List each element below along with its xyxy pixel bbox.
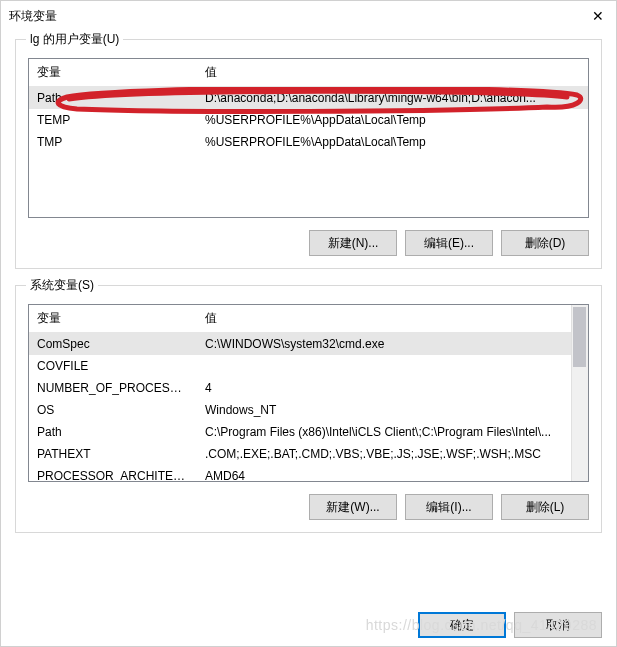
var-value [197,357,571,375]
window-title: 环境变量 [9,8,588,25]
col-header-value[interactable]: 值 [197,305,588,332]
var-value: 4 [197,379,571,397]
table-row[interactable]: Path C:\Program Files (x86)\Intel\iCLS C… [29,421,571,443]
table-row[interactable]: ComSpec C:\WINDOWS\system32\cmd.exe [29,333,571,355]
user-list-body: Path D:\anaconda;D:\anaconda\Library\min… [29,87,588,218]
var-value: .COM;.EXE;.BAT;.CMD;.VBS;.VBE;.JS;.JSE;.… [197,445,571,463]
delete-button[interactable]: 删除(L) [501,494,589,520]
var-value: C:\WINDOWS\system32\cmd.exe [197,335,571,353]
table-row[interactable]: OS Windows_NT [29,399,571,421]
var-name: PROCESSOR_ARCHITECT... [29,467,197,482]
var-value: Windows_NT [197,401,571,419]
env-vars-dialog: 环境变量 ✕ lg 的用户变量(U) 变量 值 Path D:\anaconda… [0,0,617,647]
system-buttons: 新建(W)... 编辑(I)... 删除(L) [28,494,589,520]
new-button[interactable]: 新建(N)... [309,230,397,256]
table-row[interactable]: Path D:\anaconda;D:\anaconda\Library\min… [29,87,588,109]
system-vars-label: 系统变量(S) [26,277,98,294]
var-value: C:\Program Files (x86)\Intel\iCLS Client… [197,423,571,441]
user-vars-list[interactable]: 变量 值 Path D:\anaconda;D:\anaconda\Librar… [28,58,589,218]
var-name: ComSpec [29,335,197,353]
table-row[interactable]: PROCESSOR_ARCHITECT... AMD64 [29,465,571,482]
table-row[interactable]: PATHEXT .COM;.EXE;.BAT;.CMD;.VBS;.VBE;.J… [29,443,571,465]
table-row[interactable]: NUMBER_OF_PROCESSORS 4 [29,377,571,399]
titlebar: 环境变量 ✕ [1,1,616,31]
col-header-value[interactable]: 值 [197,59,588,86]
new-button[interactable]: 新建(W)... [309,494,397,520]
var-name: NUMBER_OF_PROCESSORS [29,379,197,397]
var-name: PATHEXT [29,445,197,463]
list-header: 变量 值 [29,59,588,87]
edit-button[interactable]: 编辑(E)... [405,230,493,256]
var-name: Path [29,423,197,441]
table-row[interactable]: TMP %USERPROFILE%\AppData\Local\Temp [29,131,588,153]
var-name: Path [29,89,197,107]
user-vars-label: lg 的用户变量(U) [26,31,123,48]
cancel-button[interactable]: 取消 [514,612,602,638]
dialog-content: lg 的用户变量(U) 变量 值 Path D:\anaconda;D:\ana… [1,31,616,612]
system-vars-list[interactable]: 变量 值 ComSpec C:\WINDOWS\system32\cmd.exe… [28,304,589,482]
var-value: %USERPROFILE%\AppData\Local\Temp [197,133,588,151]
delete-button[interactable]: 删除(D) [501,230,589,256]
ok-button[interactable]: 确定 [418,612,506,638]
var-value: %USERPROFILE%\AppData\Local\Temp [197,111,588,129]
var-name: TEMP [29,111,197,129]
user-buttons: 新建(N)... 编辑(E)... 删除(D) [28,230,589,256]
list-header: 变量 值 [29,305,588,333]
col-header-name[interactable]: 变量 [29,305,197,332]
var-name: OS [29,401,197,419]
user-vars-group: lg 的用户变量(U) 变量 值 Path D:\anaconda;D:\ana… [15,39,602,269]
scrollbar[interactable] [571,305,588,481]
var-name: COVFILE [29,357,197,375]
scrollbar-thumb[interactable] [573,307,586,367]
col-header-name[interactable]: 变量 [29,59,197,86]
var-value: AMD64 [197,467,571,482]
table-row[interactable]: COVFILE [29,355,571,377]
edit-button[interactable]: 编辑(I)... [405,494,493,520]
dialog-footer: 确定 取消 [1,612,616,646]
close-icon[interactable]: ✕ [588,8,608,24]
var-name: TMP [29,133,197,151]
table-row[interactable]: TEMP %USERPROFILE%\AppData\Local\Temp [29,109,588,131]
system-list-body: ComSpec C:\WINDOWS\system32\cmd.exe COVF… [29,333,588,482]
system-vars-group: 系统变量(S) 变量 值 ComSpec C:\WINDOWS\system32… [15,285,602,533]
var-value: D:\anaconda;D:\anaconda\Library\mingw-w6… [197,89,588,107]
